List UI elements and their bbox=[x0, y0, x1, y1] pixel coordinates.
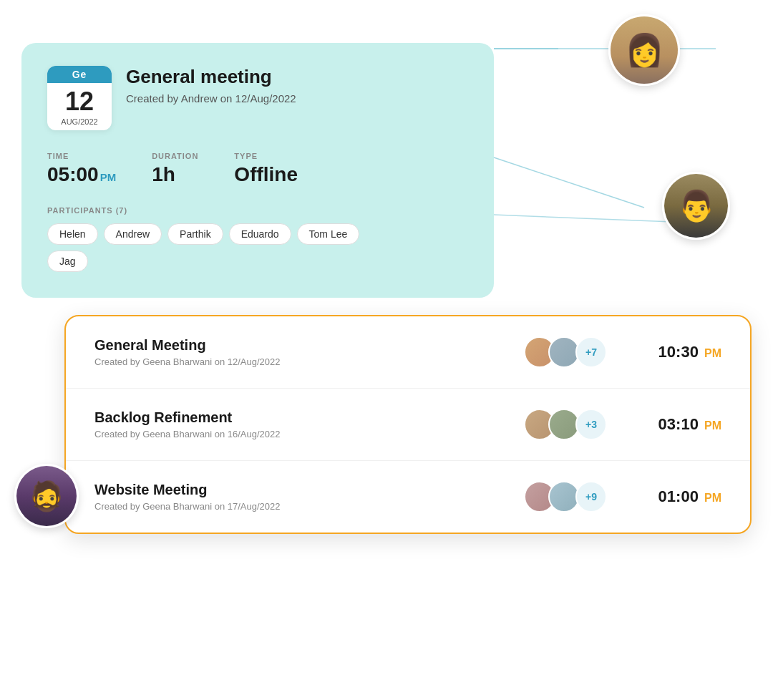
meeting-list-item[interactable]: Website Meeting Created by Geena Bharwan… bbox=[66, 461, 750, 533]
list-meeting-title: General Meeting bbox=[94, 337, 524, 354]
meeting-avatars: +3 bbox=[524, 409, 607, 440]
meeting-avatars: +9 bbox=[524, 481, 607, 512]
cal-day: 12 bbox=[47, 83, 112, 117]
meeting-time: 05:00PM bbox=[47, 163, 116, 186]
more-count: +7 bbox=[575, 336, 607, 368]
meeting-list-item[interactable]: General Meeting Created by Geena Bharwan… bbox=[66, 316, 750, 389]
participant-tag: Andrew bbox=[104, 223, 162, 245]
participant-tag: Parthik bbox=[167, 223, 223, 245]
meeting-type: Offline bbox=[234, 163, 298, 186]
list-meeting-created-by: Created by Geena Bharwani on 16/Aug/2022 bbox=[94, 429, 524, 439]
avatar-float-man-beard: 🧔 bbox=[14, 464, 79, 528]
svg-line-2 bbox=[494, 157, 644, 208]
svg-line-3 bbox=[494, 215, 673, 222]
participants-label: PARTICIPANTS (7) bbox=[47, 206, 468, 215]
participant-tag: Tom Lee bbox=[297, 223, 360, 245]
more-count: +3 bbox=[575, 409, 607, 440]
meeting-list-time: 03:10 PM bbox=[628, 415, 721, 434]
avatar-float-man-suit: 👨 bbox=[662, 172, 730, 240]
avatar-float-woman: 👩 bbox=[608, 14, 680, 86]
duration-label: DURATION bbox=[152, 152, 198, 160]
calendar-icon: Ge 12 AUG/2022 bbox=[47, 66, 112, 130]
meeting-avatars: +7 bbox=[524, 336, 607, 368]
meeting-detail-card: Ge 12 AUG/2022 General meeting Created b… bbox=[21, 43, 494, 298]
list-meeting-created-by: Created by Geena Bharwani on 12/Aug/2022 bbox=[94, 356, 524, 367]
meeting-list-time: 10:30 PM bbox=[628, 343, 721, 361]
meeting-title: General meeting bbox=[126, 66, 296, 88]
time-label: TIME bbox=[47, 152, 116, 160]
participant-tag: Jag bbox=[47, 251, 88, 272]
list-meeting-title: Backlog Refinement bbox=[94, 409, 524, 426]
list-meeting-created-by: Created by Geena Bharwani on 17/Aug/2022 bbox=[94, 501, 524, 512]
type-label: TYPE bbox=[234, 152, 298, 160]
meeting-created-by: Created by Andrew on 12/Aug/2022 bbox=[126, 92, 296, 104]
meeting-list-item[interactable]: Backlog Refinement Created by Geena Bhar… bbox=[66, 389, 750, 461]
more-count: +9 bbox=[575, 481, 607, 512]
list-meeting-title: Website Meeting bbox=[94, 482, 524, 498]
participant-tag: Eduardo bbox=[229, 223, 291, 245]
participant-tag: Helen bbox=[47, 223, 98, 245]
meetings-list-card: General Meeting Created by Geena Bharwan… bbox=[64, 315, 752, 534]
cal-month: AUG/2022 bbox=[47, 117, 112, 130]
meeting-list-time: 01:00 PM bbox=[628, 487, 721, 506]
cal-label: Ge bbox=[47, 66, 112, 83]
meeting-duration: 1h bbox=[152, 163, 198, 186]
